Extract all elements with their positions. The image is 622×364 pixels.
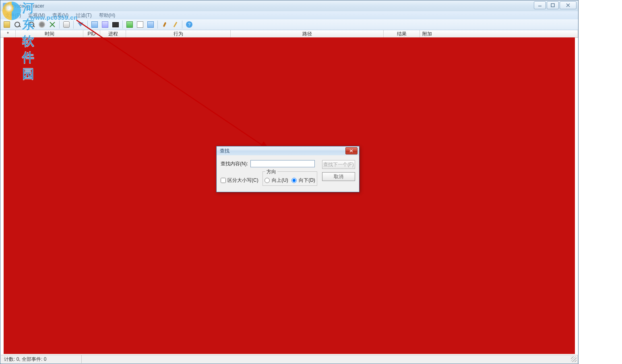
tool-zoom-icon[interactable] [12,20,22,29]
event-list-area[interactable] [4,37,575,354]
direction-legend: 方向 [265,169,277,175]
svg-rect-1 [551,4,554,7]
find-content-input[interactable] [250,160,315,167]
tool-pin-icon[interactable] [160,20,169,29]
col-star[interactable]: * [0,30,16,37]
toolbar-separator [73,21,74,29]
toolbar-separator [24,21,25,29]
toolbar-separator [59,21,60,29]
app-icon [3,3,9,9]
col-result[interactable]: 结果 [384,30,420,37]
tool-gear-icon[interactable] [37,20,47,29]
col-time[interactable]: 时间 [16,30,83,37]
direction-groupbox: 方向 向上(U) 向下(D) [262,171,317,186]
find-dialog-title: 查找 [220,148,229,154]
statusbar: 计数: 0, 全部事件: 0 [1,355,578,363]
col-behavior[interactable]: 行为 [126,30,231,37]
case-sensitive-checkbox[interactable] [221,178,226,183]
direction-down-label: 向下(D) [299,177,315,184]
direction-up-radio[interactable] [265,178,270,183]
tool-registry-icon[interactable] [125,20,134,29]
toolbar-separator [182,21,182,29]
menu-help[interactable]: 帮助(H) [96,11,119,20]
tool-filter-icon[interactable] [76,20,85,29]
find-dialog-titlebar[interactable]: 查找 [217,146,359,155]
find-cancel-button[interactable]: 取消 [322,172,355,181]
tool-cross-icon[interactable] [48,20,57,29]
tool-monitor2-icon[interactable] [100,20,110,29]
menu-filter[interactable]: 过滤(T) [72,11,95,20]
maximize-button[interactable] [547,1,559,9]
direction-down-radio[interactable] [291,178,297,183]
toolbar-separator [122,21,123,29]
status-count: 计数: 0, 全部事件: 0 [1,355,82,363]
menu-file[interactable]: 文件(F) [2,11,24,20]
tool-process-icon[interactable] [146,20,155,29]
minimize-button[interactable] [534,1,546,9]
menubar: 文件(F) 监视(M) 查看(V) 过滤(T) 帮助(H) [0,11,578,19]
toolbar-separator [157,21,158,29]
tool-help-icon[interactable]: ? [184,20,194,29]
tool-open-icon[interactable] [2,20,12,29]
resize-grip-icon[interactable] [571,356,577,362]
case-sensitive-label: 区分大小写(C) [227,177,258,184]
close-button[interactable] [560,1,577,9]
window-controls [534,1,577,9]
tool-zoom-plus-icon[interactable] [27,20,36,29]
menu-monitor[interactable]: 监视(M) [25,11,48,20]
case-sensitive-option[interactable]: 区分大小写(C) [221,177,258,184]
tool-monitor-icon[interactable] [90,20,99,29]
column-headers: * 时间 PID 进程 行为 路径 结果 附加 [0,30,578,38]
tool-screen-icon[interactable] [111,20,120,29]
toolbar-separator [87,21,88,29]
titlebar: Process Tracer [0,0,578,11]
find-content-label: 查找内容(N): [221,160,248,167]
find-dialog: 查找 查找内容(N): 查找下一个(F) 取消 方向 向上(U) 向下(D) [216,146,360,192]
tool-db-icon[interactable] [62,20,71,29]
col-path[interactable]: 路径 [231,30,384,37]
find-next-button[interactable]: 查找下一个(F) [322,160,355,169]
toolbar: ? [0,19,578,30]
direction-down-option[interactable]: 向下(D) [291,177,315,184]
direction-up-option[interactable]: 向上(U) [265,177,288,184]
col-pid[interactable]: PID [83,30,100,37]
col-process[interactable]: 进程 [100,30,126,37]
find-dialog-body: 查找内容(N): 查找下一个(F) 取消 方向 向上(U) 向下(D) 区分大小… [217,155,359,192]
direction-up-label: 向上(U) [272,177,288,184]
window-title: Process Tracer [12,3,44,9]
tool-file-icon[interactable] [135,20,145,29]
tool-wand-icon[interactable] [170,20,180,29]
menu-view[interactable]: 查看(V) [49,11,72,20]
col-extra[interactable]: 附加 [420,30,578,37]
find-dialog-close-button[interactable] [345,147,357,154]
status-empty [82,355,578,363]
